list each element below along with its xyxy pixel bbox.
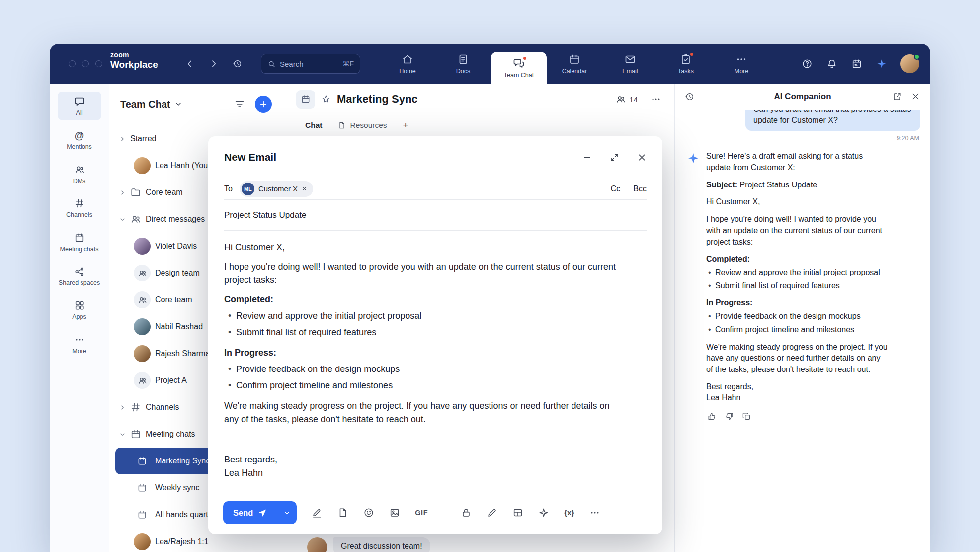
nav-more[interactable]: More	[714, 44, 769, 84]
ai-response: Sure! Here's a draft email asking for a …	[675, 142, 930, 421]
nav-team-chat[interactable]: Team Chat	[491, 52, 547, 84]
people-icon	[74, 164, 85, 175]
avatar	[134, 157, 151, 174]
send-options-button[interactable]	[277, 501, 297, 524]
pencil-icon[interactable]	[487, 507, 497, 518]
chat-list-header: Team Chat	[109, 84, 283, 125]
notifications-icon[interactable]	[826, 58, 838, 70]
ai-response-text: Sure! Here's a draft email asking for a …	[706, 151, 888, 421]
rail-item-all[interactable]: All	[58, 92, 101, 120]
more-icon[interactable]	[651, 94, 661, 105]
emoji-icon[interactable]	[363, 507, 374, 518]
cc-button[interactable]: Cc	[611, 184, 621, 193]
ai-sparkle-icon[interactable]	[876, 58, 888, 70]
rail-item-dms[interactable]: DMs	[58, 160, 101, 188]
recipient-field[interactable]: To ML Customer X Cc Bcc	[224, 178, 647, 200]
nav-docs[interactable]: Docs	[435, 44, 491, 84]
thumbs-down-icon[interactable]	[725, 412, 734, 421]
ai-subject-line: Subject: Project Status Update	[706, 180, 888, 191]
send-button[interactable]: Send	[223, 501, 277, 524]
history-icon[interactable]	[232, 58, 244, 70]
rail-item-meeting-chats[interactable]: Meeting chats	[58, 228, 101, 257]
tasks-icon	[680, 53, 692, 65]
search-bar[interactable]: ⌘F	[261, 54, 360, 74]
remove-recipient-icon[interactable]	[302, 186, 307, 191]
team-avatar	[134, 265, 151, 281]
minimize-window-button[interactable]	[82, 60, 89, 67]
primary-nav: Home Docs Team Chat Calendar Email	[380, 44, 769, 84]
email-icon	[624, 53, 636, 65]
window-controls	[69, 60, 102, 67]
email-signoff: Best regards,	[224, 453, 617, 466]
filter-icon[interactable]	[234, 99, 245, 110]
email-signature: Lea Hahn	[224, 466, 617, 480]
history-icon[interactable]	[685, 92, 695, 102]
meeting-chat-icon	[296, 90, 315, 109]
thumbs-up-icon[interactable]	[707, 412, 717, 421]
search-input[interactable]	[280, 60, 338, 68]
close-icon[interactable]	[637, 153, 647, 162]
variables-button[interactable]: {x}	[564, 508, 574, 517]
message-bubble: Great discussion team!	[333, 537, 430, 552]
forward-button[interactable]	[208, 58, 220, 70]
people-icon	[138, 376, 147, 385]
to-label: To	[224, 184, 233, 193]
copy-icon[interactable]	[742, 412, 751, 421]
rail-item-channels[interactable]: Channels	[58, 193, 101, 222]
layout-icon[interactable]	[512, 507, 523, 518]
rail-item-mentions[interactable]: @ Mentions	[58, 125, 101, 154]
brand-zoom: zoom	[110, 51, 158, 59]
close-window-button[interactable]	[69, 60, 76, 67]
nav-tasks[interactable]: Tasks	[658, 44, 714, 84]
back-button[interactable]	[184, 58, 196, 70]
rail-item-apps[interactable]: Apps	[58, 295, 101, 324]
chevron-down-icon[interactable]	[174, 100, 182, 108]
more-icon[interactable]	[589, 507, 600, 518]
ai-greeting: Hi Customer X,	[706, 196, 888, 208]
template-icon[interactable]	[337, 507, 348, 518]
members-button[interactable]: 14	[616, 94, 638, 104]
add-tab-button[interactable]: +	[403, 120, 408, 131]
modal-window-actions	[582, 153, 647, 162]
chat-list-title[interactable]: Team Chat	[120, 99, 170, 110]
tab-chat[interactable]: Chat	[305, 121, 322, 130]
avatar	[134, 318, 151, 335]
email-completed-list: Review and approve the initial project p…	[224, 309, 647, 339]
tab-resources[interactable]: Resources	[338, 121, 387, 130]
user-avatar[interactable]	[900, 54, 919, 73]
nav-email[interactable]: Email	[602, 44, 658, 84]
bcc-button[interactable]: Bcc	[633, 184, 647, 193]
expand-icon[interactable]	[610, 153, 619, 162]
chevron-right-icon	[119, 404, 126, 411]
email-body-editor[interactable]: Hi Customer X, I hope you're doing well!…	[208, 231, 662, 491]
signature-icon[interactable]	[312, 507, 323, 518]
image-icon[interactable]	[389, 507, 400, 518]
calendar-icon	[74, 232, 85, 243]
new-chat-button[interactable]	[255, 96, 272, 113]
star-icon[interactable]	[321, 94, 331, 104]
rail-item-shared-spaces[interactable]: Shared spaces	[58, 262, 101, 290]
subject-field[interactable]: Project Status Update	[224, 200, 647, 231]
ai-body-intro: I hope you're doing well! I wanted to pr…	[706, 214, 888, 248]
plus-icon	[259, 100, 268, 109]
member-count: 14	[629, 95, 638, 104]
ai-intro: Sure! Here's a draft email asking for a …	[706, 151, 888, 173]
ai-feedback-actions	[707, 412, 888, 421]
ai-sparkle-icon[interactable]	[538, 507, 549, 518]
open-external-icon[interactable]	[893, 92, 902, 101]
titlebar-actions	[801, 44, 919, 84]
nav-calendar[interactable]: Calendar	[547, 44, 602, 84]
close-icon[interactable]	[911, 92, 920, 101]
minimize-icon[interactable]	[582, 153, 592, 162]
gif-button[interactable]: GIF	[415, 509, 428, 517]
rail-item-more[interactable]: More	[58, 330, 101, 359]
help-icon[interactable]	[801, 58, 813, 70]
team-avatar	[134, 291, 151, 308]
calendar-date-icon[interactable]	[851, 58, 863, 70]
lock-icon[interactable]	[461, 507, 472, 518]
ai-completed-list: Review and approve the initial project p…	[706, 267, 888, 291]
people-icon	[138, 269, 147, 278]
maximize-window-button[interactable]	[95, 60, 102, 67]
nav-home[interactable]: Home	[380, 44, 435, 84]
recipient-chip[interactable]: ML Customer X	[240, 181, 313, 197]
